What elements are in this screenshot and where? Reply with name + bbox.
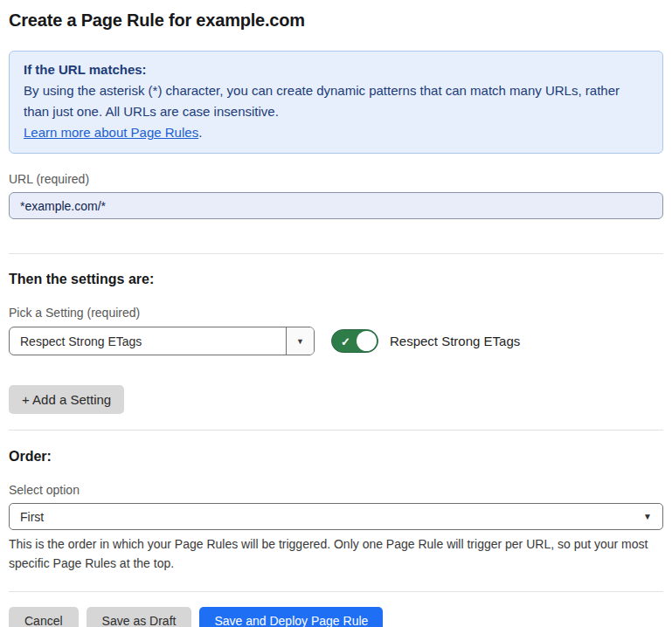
divider bbox=[9, 253, 663, 254]
setting-picker-label: Pick a Setting (required) bbox=[9, 306, 663, 320]
add-setting-button[interactable]: + Add a Setting bbox=[9, 385, 124, 414]
create-page-rule-form: Create a Page Rule for example.com If th… bbox=[0, 0, 672, 627]
url-field-label: URL (required) bbox=[9, 172, 663, 186]
save-and-deploy-button[interactable]: Save and Deploy Page Rule bbox=[199, 607, 383, 627]
url-match-info-box: If the URL matches: By using the asteris… bbox=[9, 51, 663, 154]
cancel-button[interactable]: Cancel bbox=[9, 607, 79, 627]
footer-button-row: Cancel Save as Draft Save and Deploy Pag… bbox=[9, 607, 663, 627]
link-suffix: . bbox=[198, 125, 202, 140]
info-box-heading: If the URL matches: bbox=[24, 59, 648, 80]
divider bbox=[9, 430, 663, 431]
setting-select[interactable]: Respect Strong ETags ▼ bbox=[9, 327, 315, 355]
order-help-text: This is the order in which your Page Rul… bbox=[9, 534, 663, 573]
setting-toggle-group: ✓ Respect Strong ETags bbox=[331, 329, 520, 353]
order-section-heading: Order: bbox=[9, 449, 663, 465]
order-select-value: First bbox=[20, 510, 643, 524]
url-input[interactable] bbox=[9, 192, 663, 219]
setting-toggle-label: Respect Strong ETags bbox=[390, 334, 520, 348]
divider bbox=[9, 591, 663, 592]
order-select-label: Select option bbox=[9, 483, 663, 497]
chevron-down-icon[interactable]: ▼ bbox=[286, 327, 314, 355]
check-icon: ✓ bbox=[341, 335, 350, 347]
page-title: Create a Page Rule for example.com bbox=[9, 10, 663, 31]
setting-row: Respect Strong ETags ▼ ✓ Respect Strong … bbox=[9, 327, 663, 355]
setting-toggle[interactable]: ✓ bbox=[331, 329, 378, 353]
info-box-link-line: Learn more about Page Rules. bbox=[24, 122, 648, 143]
order-select[interactable]: First ▼ bbox=[9, 503, 663, 530]
chevron-down-icon: ▼ bbox=[643, 512, 652, 521]
save-as-draft-button[interactable]: Save as Draft bbox=[87, 607, 192, 627]
learn-more-link[interactable]: Learn more about Page Rules bbox=[24, 125, 198, 140]
settings-section-heading: Then the settings are: bbox=[9, 272, 663, 287]
toggle-knob bbox=[357, 331, 377, 351]
setting-select-value: Respect Strong ETags bbox=[10, 327, 286, 355]
info-box-body: By using the asterisk (*) character, you… bbox=[24, 80, 648, 122]
